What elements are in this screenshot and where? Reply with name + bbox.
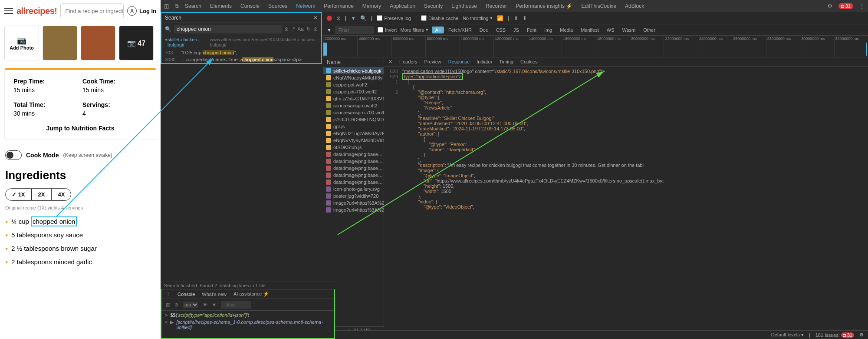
ai-tab[interactable]: AI assistance ⚡ [233, 291, 269, 297]
request-row[interactable]: copperpot.woff2 [323, 81, 384, 88]
devtools-tab-performance[interactable]: Performance [324, 3, 354, 9]
response-tab-timing[interactable]: Timing [499, 59, 513, 64]
devtools-tab-memory[interactable]: Memory [362, 3, 381, 9]
inspect-icon[interactable]: ◫ [164, 3, 169, 9]
multiplier-1x[interactable]: 1X [5, 188, 32, 201]
filter-chip-css[interactable]: CSS [492, 27, 509, 33]
multiplier-2x[interactable]: 2X [32, 188, 52, 201]
request-row[interactable]: data:image/png;base… [323, 172, 384, 179]
nutrition-link[interactable]: Jump to Nutrition Facts [13, 125, 147, 132]
devtools-tab-lighthouse[interactable]: Lighthouse [451, 3, 477, 9]
console-filter[interactable] [221, 301, 251, 309]
filter-chip-all[interactable]: All [432, 27, 444, 33]
recipe-photo-more[interactable]: 📷 47 [119, 26, 154, 60]
recipe-photo-1[interactable] [43, 26, 77, 60]
more-filters[interactable]: More filters ▾ [400, 27, 428, 33]
devtools-tab-search[interactable]: Search [185, 3, 201, 9]
preserve-log-checkbox[interactable]: Preserve log [377, 15, 411, 21]
hamburger-icon[interactable] [4, 8, 13, 14]
error-count[interactable]: ◘ 31 [838, 3, 853, 9]
search-icon[interactable]: 🔍 [360, 15, 367, 21]
request-row[interactable]: data:image/png;base… [323, 158, 384, 165]
filter-chip-fetch/xhr[interactable]: Fetch/XHR [445, 27, 475, 33]
request-row[interactable]: data:image/png;base… [323, 179, 384, 186]
search-panel-input[interactable] [174, 25, 282, 33]
filter-chip-wasm[interactable]: Wasm [619, 27, 639, 33]
multiplier-4x[interactable]: 4X [51, 188, 71, 201]
request-row[interactable]: data:image/png;base… [323, 151, 384, 158]
device-icon[interactable]: ⧉ [175, 3, 179, 9]
sidebar-icon[interactable]: ▥ [166, 302, 170, 308]
devtools-tab-console[interactable]: Console [240, 3, 260, 9]
search-result-line[interactable]: 703 "0.25 cup chopped onion", [161, 49, 321, 56]
devtools-tab-editthiscookie[interactable]: EditThisCookie [581, 3, 616, 9]
throttling-select[interactable]: No throttling ▾ [463, 15, 493, 21]
drawer-menu-icon[interactable]: ⋮ [166, 291, 171, 297]
context-select[interactable]: top [183, 302, 198, 308]
filter-chip-ws[interactable]: WS [603, 27, 618, 33]
name-column-header[interactable]: Name [323, 57, 384, 67]
waterfall-overview[interactable]: 2000000 ms4000000 ms6000000 ms8000000 ms… [323, 36, 868, 57]
site-logo[interactable]: allrecipes! [16, 6, 57, 16]
devtools-tab-recorder[interactable]: Recorder [486, 3, 507, 9]
request-row[interactable]: sourcesanspro-700.woff2 [323, 109, 384, 116]
recipe-photo-2[interactable] [81, 26, 115, 60]
request-row[interactable]: copperpot-700.woff2 [323, 88, 384, 95]
whatsnew-tab[interactable]: What's new [202, 292, 227, 297]
devtools-tab-adblock[interactable]: AdBlock [625, 3, 644, 9]
regex-toggle[interactable]: .* [291, 26, 295, 32]
response-tab-response[interactable]: Response [448, 59, 470, 64]
close-icon[interactable]: ✕ [388, 59, 392, 65]
devtools-tab-network[interactable]: Network [296, 3, 315, 9]
clear-console-icon[interactable]: ⊘ [174, 302, 178, 308]
wifi-icon[interactable]: 📶 [497, 15, 503, 21]
filter-chip-js[interactable]: JS [510, 27, 523, 33]
request-row[interactable]: sourcesanspro.woff2 [323, 102, 384, 109]
add-photo-button[interactable]: 📷 Add Photo [4, 26, 39, 60]
disable-cache-checkbox[interactable]: Disable cache [421, 15, 458, 21]
invert-checkbox[interactable]: Invert [378, 27, 397, 33]
cook-mode-toggle[interactable] [5, 150, 22, 160]
request-row[interactable]: eNqNVVty6yAM3dDV9XQN… [323, 137, 384, 144]
close-icon[interactable]: ✕ [313, 15, 318, 21]
clear-icon[interactable]: ⊗ [284, 26, 289, 32]
request-row[interactable]: gpt.js [323, 123, 384, 130]
search-result-line[interactable]: 3080 …a-ingredient-name="true">chopped o… [161, 56, 321, 63]
request-row[interactable]: data:image/png;base… [323, 165, 384, 172]
request-row[interactable]: image?url=https%3A%2F%… [323, 199, 384, 206]
devtools-tab-sources[interactable]: Sources [268, 3, 287, 9]
levels-select[interactable]: Default levels ▾ [771, 332, 804, 338]
response-tab-initiator[interactable]: Initiator [477, 59, 492, 64]
filter-chip-img[interactable]: Img [541, 27, 556, 33]
settings-icon[interactable]: ⚙ [859, 332, 864, 338]
console-tab[interactable]: Console [178, 292, 195, 297]
devtools-tab-security[interactable]: Security [424, 3, 443, 9]
response-tab-headers[interactable]: Headers [399, 59, 418, 64]
request-row[interactable]: eNqtWNuaoyAMfqHl8yH2d… [323, 74, 384, 81]
login-button[interactable]: Log In [127, 6, 156, 16]
filter-icon[interactable]: ▼ [351, 15, 356, 21]
eye-icon[interactable]: 👁 [203, 302, 207, 307]
request-row[interactable]: skillet-chicken-bulgogi/ [323, 67, 384, 74]
download-icon[interactable]: ⬇ [523, 15, 527, 21]
request-row[interactable]: image?url=https%3A%2F%… [323, 206, 384, 213]
clear-icon[interactable]: ⊘ [336, 15, 341, 21]
recipe-search-input[interactable] [61, 4, 124, 18]
devtools-tab-performance-insights-[interactable]: Performance insights ⚡ [516, 3, 572, 9]
issues-link[interactable]: 181 Issues: ◘ 31 [815, 332, 854, 338]
response-tab-cookies[interactable]: Cookies [520, 59, 538, 64]
request-row[interactable]: otSDKStub.js [323, 144, 384, 151]
request-row[interactable]: js?id=G-9D9M6LNQMD&l=… [323, 116, 384, 123]
filter-chip-font[interactable]: Font [523, 27, 540, 33]
upload-icon[interactable]: ⬆ [514, 15, 518, 21]
request-row[interactable]: poster.jpg?width=720 [323, 193, 384, 199]
devtools-tab-application[interactable]: Application [390, 3, 415, 9]
filter-chip-other[interactable]: Other [640, 27, 659, 33]
filter-chip-doc[interactable]: Doc [476, 27, 492, 33]
case-toggle[interactable]: Aa [297, 26, 304, 32]
more-icon[interactable]: ⋮ [859, 3, 865, 9]
console-output[interactable]: >$$('script[type="application/ld+json"]'… [161, 311, 334, 332]
refresh-icon[interactable]: ↻ [306, 26, 311, 32]
cancel-icon[interactable]: ⊘ [313, 26, 318, 32]
response-code[interactable]: 628"msapplication-wide310x150logo" conte… [384, 67, 868, 331]
